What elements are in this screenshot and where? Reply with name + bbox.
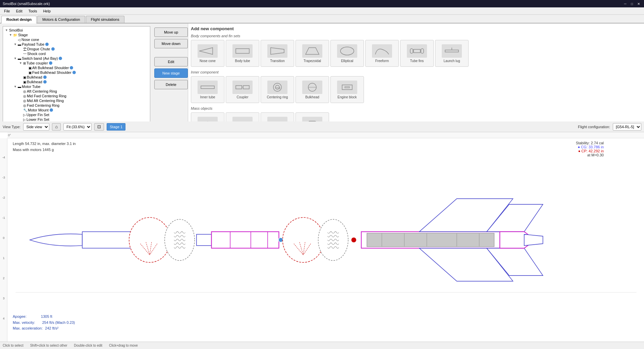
close-button[interactable]: ✕ xyxy=(636,1,641,6)
stage1-button[interactable]: Stage 1 xyxy=(107,123,125,131)
svg-rect-10 xyxy=(201,86,214,89)
transition-icon xyxy=(267,44,287,58)
engine-block-icon xyxy=(337,81,357,94)
tree-item-shock-cord-1[interactable]: 〰 Shock cord xyxy=(4,51,149,56)
svg-marker-0 xyxy=(199,48,213,54)
body-section-title: Body components and fin sets xyxy=(191,34,641,38)
new-stage-button[interactable]: New stage xyxy=(154,68,188,78)
view-type-select[interactable]: Side view 3D view xyxy=(23,123,49,131)
comp-btn-elliptical[interactable]: Elliptical xyxy=(330,40,364,67)
edit-button[interactable]: Edit xyxy=(154,57,188,66)
tree-item-bulkhead2[interactable]: ▣ Bulkhead xyxy=(4,80,149,84)
tab-motors-config[interactable]: Motors & Configuration xyxy=(37,16,85,23)
tree-item-lower-fin[interactable]: ▷ Lower Fin Set xyxy=(4,117,149,122)
mass-section-title: Mass objects xyxy=(191,106,641,110)
tree-item-payload-tube[interactable]: ▼ ▬ Payload Tube xyxy=(4,42,149,47)
tree-item-bulkhead1[interactable]: ▣ Bulkhead xyxy=(4,75,149,80)
rocket-canvas: -4 -3 -2 -1 0 1 2 3 4 Length 54.732 in, … xyxy=(0,138,644,342)
tab-flight-simulations[interactable]: Flight simulations xyxy=(86,16,124,23)
tree-item-tube-coupler[interactable]: ▼ ⊞ Tube coupler xyxy=(4,61,149,65)
tree-item-nose-cone[interactable]: ◁ Nose cone xyxy=(4,37,149,42)
svg-point-54 xyxy=(318,219,348,261)
title-bar: SmolBoi (smallSubscale.ork) ─ □ ✕ xyxy=(0,0,644,7)
comp-btn-trapezoidal[interactable]: Trapezoidal xyxy=(296,40,329,67)
delete-button[interactable]: Delete xyxy=(154,80,188,89)
svg-rect-7 xyxy=(421,49,424,53)
viewport-container: View Type: Side view 3D view ⌂ Fit (33.6… xyxy=(0,121,644,349)
svg-rect-44 xyxy=(211,232,279,248)
vertical-ruler: -4 -3 -2 -1 0 1 2 3 4 xyxy=(0,138,7,342)
comp-btn-bulkhead[interactable]: Bulkhead xyxy=(296,76,329,103)
tree-item-drogue-chute[interactable]: ⛱ Drogue Chute xyxy=(4,47,149,51)
coupler-icon xyxy=(232,81,253,94)
move-up-button[interactable]: Move up xyxy=(154,28,188,37)
tab-rocket-design[interactable]: Rocket design xyxy=(1,16,37,23)
comp-btn-centering-ring[interactable]: ring Centering ring xyxy=(261,76,294,103)
comp-btn-launch-lug[interactable]: Launch lug xyxy=(435,40,469,67)
flight-config-select[interactable]: [G54-RL-5] xyxy=(613,123,641,131)
comp-btn-freeform[interactable]: Freeform xyxy=(365,40,399,67)
svg-rect-5 xyxy=(414,49,420,53)
svg-marker-3 xyxy=(306,48,319,54)
svg-point-55 xyxy=(351,237,357,243)
svg-marker-68 xyxy=(524,234,543,245)
tree-item-fwd-bulkhead[interactable]: ▣ Fwd Bulkhead Shoulder xyxy=(4,70,149,75)
comp-btn-transition[interactable]: Transition xyxy=(261,40,294,67)
add-component-title: Add new component xyxy=(191,26,641,31)
comp-btn-tube-fins[interactable]: Tube fins xyxy=(400,40,434,67)
comp-btn-inner-tube[interactable]: Inner tube xyxy=(191,76,224,103)
reset-view-button[interactable]: ⌂ xyxy=(52,123,61,131)
svg-rect-57 xyxy=(367,233,494,247)
svg-rect-43 xyxy=(197,234,212,245)
tree-item-motor-mount[interactable]: 🔧 Motor Mount xyxy=(4,108,149,112)
rocket-svg xyxy=(7,138,644,342)
zoom-fit-button[interactable]: ⊡ xyxy=(94,123,104,131)
elliptical-icon xyxy=(337,44,357,58)
menu-help[interactable]: Help xyxy=(40,8,53,14)
move-down-button[interactable]: Move down xyxy=(154,39,188,48)
tree-item-mid-aft-centering[interactable]: ◎ Mid Aft Centering Ring xyxy=(4,98,149,103)
view-type-label: View Type: xyxy=(3,125,20,129)
tree-item-smolboi[interactable]: ▼ SmolBoi xyxy=(4,28,149,33)
svg-rect-20 xyxy=(345,87,350,88)
svg-point-49 xyxy=(283,217,324,262)
rocket-drawing-area[interactable]: Length 54.732 in, max. diameter 3.1 in M… xyxy=(7,138,644,342)
zoom-select[interactable]: Fit (33.6%) 50% 100% xyxy=(63,123,92,131)
tree-item-mid-fwd-centering[interactable]: ◎ Mid Fwd Centering Ring xyxy=(4,94,149,98)
centering-ring-icon: ring xyxy=(267,81,287,94)
comp-btn-engine-block[interactable]: Engine block xyxy=(330,76,364,103)
svg-marker-2 xyxy=(271,48,284,54)
tree-item-motor-tube[interactable]: ▼ ▬ Motor Tube xyxy=(4,84,149,89)
svg-text:2: 2 xyxy=(3,277,4,280)
svg-point-48 xyxy=(278,238,283,242)
nose-cone-icon xyxy=(198,44,218,58)
svg-rect-12 xyxy=(243,86,249,89)
tree-item-stage[interactable]: ▼ 📁 Stage xyxy=(4,33,149,37)
horizontal-ruler: 0° // can't use script here, will genera… xyxy=(7,132,644,138)
launch-lug-icon xyxy=(442,44,462,58)
tree-item-switch-band[interactable]: ▼ ▬ Switch band (Avi Bay) xyxy=(4,56,149,61)
viewport-toolbar: View Type: Side view 3D view ⌂ Fit (33.6… xyxy=(0,121,644,132)
tree-item-aft-bulkhead[interactable]: ▣ Aft Bulkhead Shoulder xyxy=(4,65,149,70)
svg-text:-4: -4 xyxy=(2,156,5,159)
menu-edit[interactable]: Edit xyxy=(13,8,25,14)
restore-button[interactable]: □ xyxy=(629,1,635,6)
minimize-button[interactable]: ─ xyxy=(623,1,628,6)
tree-item-aft-centering[interactable]: ◎ Aft Centering Ring xyxy=(4,89,149,94)
comp-btn-coupler[interactable]: Coupler xyxy=(226,76,259,103)
freeform-icon xyxy=(372,44,392,58)
svg-point-37 xyxy=(129,217,170,262)
tree-item-upper-fin[interactable]: ▷ Upper Fin Set xyxy=(4,112,149,117)
comp-btn-nose-cone[interactable]: Nose cone xyxy=(191,40,224,67)
svg-text:-1: -1 xyxy=(2,216,5,219)
comp-btn-body-tube[interactable]: Body tube xyxy=(226,40,259,67)
hint-shift: Shift+click to select other xyxy=(30,344,67,347)
menu-file[interactable]: File xyxy=(1,8,13,14)
flight-config-label: Flight configuration: xyxy=(578,125,610,129)
trapezoidal-icon xyxy=(302,44,322,58)
body-components-grid: Nose cone Body tube Transition xyxy=(191,40,641,67)
svg-text:1: 1 xyxy=(3,256,4,260)
menu-tools[interactable]: Tools xyxy=(26,8,40,14)
svg-text:3: 3 xyxy=(3,297,4,300)
tree-item-fwd-centering[interactable]: ◎ Fwd Centering Ring xyxy=(4,103,149,108)
